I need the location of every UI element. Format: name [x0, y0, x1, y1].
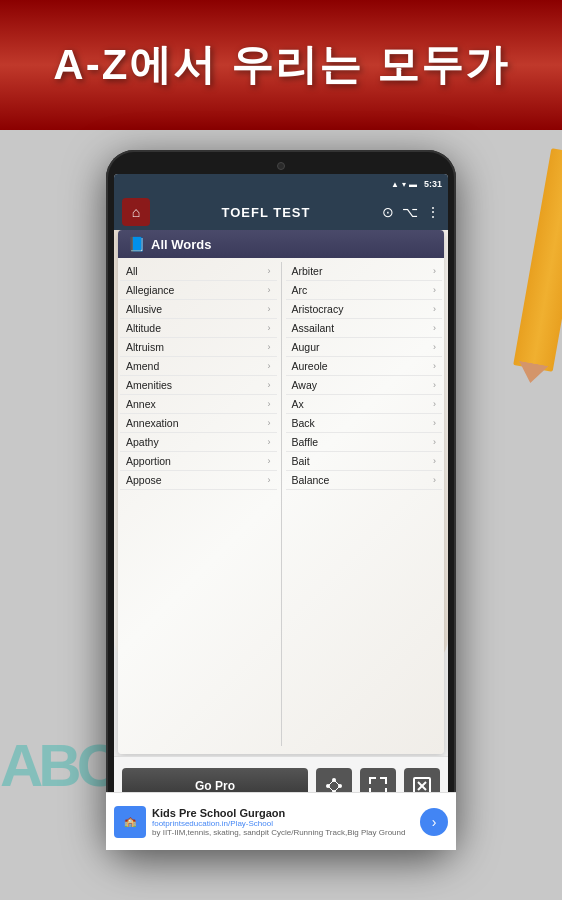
ad-icon: 🏫 — [114, 806, 146, 815]
arrow-icon: › — [433, 475, 436, 485]
word-text: Amenities — [126, 379, 172, 391]
word-text: Altitude — [126, 322, 161, 334]
list-item[interactable]: Altitude › — [120, 319, 277, 338]
list-item[interactable]: Baffle › — [286, 433, 443, 452]
list-item[interactable]: Annexation › — [120, 414, 277, 433]
more-icon[interactable]: ⋮ — [426, 204, 440, 220]
list-item[interactable]: Apathy › — [120, 433, 277, 452]
book-title: All Words — [151, 237, 211, 252]
list-item[interactable]: Amenities › — [120, 376, 277, 395]
ad-arrow-button[interactable]: › — [420, 808, 448, 815]
word-text: Augur — [292, 341, 320, 353]
arrow-icon: › — [433, 456, 436, 466]
list-item[interactable]: Back › — [286, 414, 443, 433]
tablet-camera — [277, 162, 285, 170]
list-item[interactable]: Aureole › — [286, 357, 443, 376]
list-item[interactable]: Amend › — [120, 357, 277, 376]
list-item[interactable]: Altruism › — [120, 338, 277, 357]
arrow-icon: › — [433, 342, 436, 352]
tablet-frame: ▲ ▾ ▬ 5:31 ⌂ TOEFL TEST ⊙ ⌥ ⋮ — [106, 150, 456, 850]
list-item[interactable]: Assailant › — [286, 319, 443, 338]
arrow-icon: › — [268, 399, 271, 409]
ad-text-container: Kids Pre School Gurgaon footprintseducat… — [152, 807, 414, 815]
list-item[interactable]: Annex › — [120, 395, 277, 414]
arrow-icon: › — [268, 456, 271, 466]
list-item[interactable]: Aristocracy › — [286, 300, 443, 319]
word-list: All › Allegiance › Allusive › Altitude — [118, 258, 444, 750]
list-item[interactable]: Appose › — [120, 471, 277, 490]
battery-icon: ▬ — [409, 180, 417, 189]
word-text: Aristocracy — [292, 303, 344, 315]
nav-icons: ⊙ ⌥ ⋮ — [382, 204, 440, 220]
word-text: Arc — [292, 284, 308, 296]
status-icons: ▲ ▾ ▬ 5:31 — [391, 179, 442, 189]
signal-icon: ▲ — [391, 180, 399, 189]
list-item[interactable]: Arbiter › — [286, 262, 443, 281]
word-text: Allegiance — [126, 284, 174, 296]
word-text: Arbiter — [292, 265, 323, 277]
arrow-icon: › — [433, 380, 436, 390]
arrow-icon: › — [433, 285, 436, 295]
arrow-icon: › — [268, 361, 271, 371]
target-icon[interactable]: ⊙ — [382, 204, 394, 220]
arrow-icon: › — [433, 304, 436, 314]
word-text: Balance — [292, 474, 330, 486]
word-text: Annex — [126, 398, 156, 410]
left-word-column: All › Allegiance › Allusive › Altitude — [118, 262, 279, 746]
word-text: Altruism — [126, 341, 164, 353]
word-text: Away — [292, 379, 318, 391]
arrow-icon: › — [268, 304, 271, 314]
word-text: Back — [292, 417, 315, 429]
svg-line-4 — [328, 780, 334, 786]
book-icon: 📘 — [128, 236, 145, 252]
ad-title: Kids Pre School Gurgaon — [152, 807, 414, 815]
home-icon: ⌂ — [132, 204, 140, 220]
list-item[interactable]: All › — [120, 262, 277, 281]
arrow-icon: › — [433, 418, 436, 428]
right-word-column: Arbiter › Arc › Aristocracy › Assailan — [284, 262, 445, 746]
list-item[interactable]: Bait › — [286, 452, 443, 471]
ad-banner[interactable]: 🏫 Kids Pre School Gurgaon footprintseduc… — [114, 792, 448, 814]
list-item[interactable]: Arc › — [286, 281, 443, 300]
word-text: Ax — [292, 398, 304, 410]
arrow-icon: › — [268, 418, 271, 428]
list-item[interactable]: Apportion › — [120, 452, 277, 471]
list-item[interactable]: Augur › — [286, 338, 443, 357]
arrow-icon: › — [268, 437, 271, 447]
arrow-icon: › — [268, 380, 271, 390]
word-text: Amend — [126, 360, 159, 372]
svg-line-5 — [334, 780, 340, 786]
top-banner: A-Z에서 우리는 모두가 — [0, 0, 562, 130]
status-bar: ▲ ▾ ▬ 5:31 — [114, 174, 448, 194]
arrow-icon: › — [268, 475, 271, 485]
list-item[interactable]: Ax › — [286, 395, 443, 414]
nav-bar: ⌂ TOEFL TEST ⊙ ⌥ ⋮ — [114, 194, 448, 230]
word-text: Appose — [126, 474, 162, 486]
game-icon[interactable]: ⌥ — [402, 204, 418, 220]
nav-title: TOEFL TEST — [150, 205, 382, 220]
word-text: Apportion — [126, 455, 171, 467]
list-item[interactable]: Allegiance › — [120, 281, 277, 300]
arrow-icon: › — [268, 266, 271, 276]
book-header: 📘 All Words — [118, 230, 444, 258]
arrow-icon: › — [268, 342, 271, 352]
arrow-icon: › — [433, 361, 436, 371]
list-item[interactable]: Allusive › — [120, 300, 277, 319]
svg-line-7 — [328, 786, 334, 792]
home-button[interactable]: ⌂ — [122, 198, 150, 226]
arrow-icon: › — [433, 437, 436, 447]
word-text: Bait — [292, 455, 310, 467]
column-divider — [281, 262, 282, 746]
word-text: Assailant — [292, 322, 335, 334]
svg-line-6 — [334, 786, 340, 792]
banner-title: A-Z에서 우리는 모두가 — [53, 37, 508, 93]
book-container: 📘 All Words All › Allegiance › — [118, 230, 444, 754]
tablet-screen: ▲ ▾ ▬ 5:31 ⌂ TOEFL TEST ⊙ ⌥ ⋮ — [114, 174, 448, 814]
list-item[interactable]: Away › — [286, 376, 443, 395]
arrow-icon: › — [268, 323, 271, 333]
arrow-icon: › — [268, 285, 271, 295]
arrow-icon: › — [433, 323, 436, 333]
list-item[interactable]: Balance › — [286, 471, 443, 490]
arrow-icon: › — [433, 399, 436, 409]
word-text: Allusive — [126, 303, 162, 315]
